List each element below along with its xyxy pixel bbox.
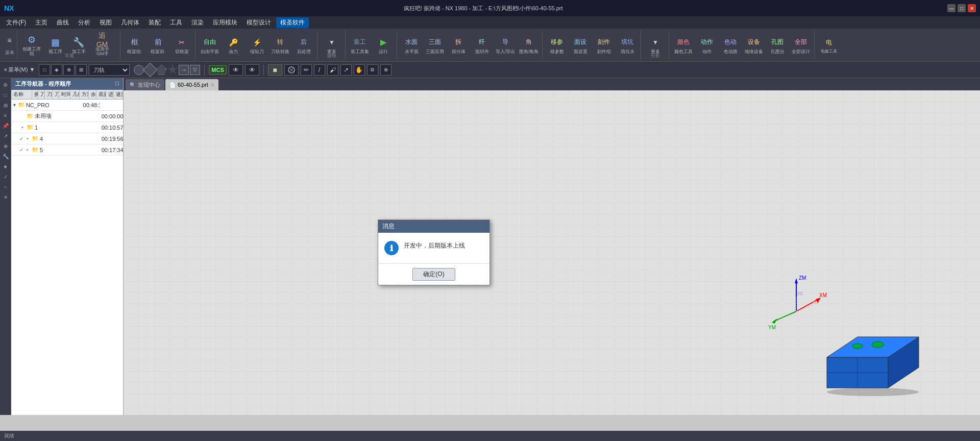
- toolbar-btn-toolset[interactable]: 装工 装工具集: [349, 32, 371, 58]
- sidebar-icon-settings[interactable]: ⚙: [1, 80, 10, 89]
- toolbar-btn-hplane[interactable]: 水面 水平面: [400, 32, 423, 58]
- row2-hand[interactable]: ✋: [354, 64, 365, 76]
- toolbar-btn-corner[interactable]: 角 图角/角角: [518, 32, 540, 58]
- menu-item-geometry[interactable]: 几何体: [117, 17, 143, 28]
- toolbar-btn-faceknit[interactable]: 纤 面织件: [471, 32, 493, 58]
- toolbar-btn-import[interactable]: 导 导入/导出: [494, 32, 517, 58]
- toolbar-section-6: 水面 水平面 三面 三面应用 拆 拆分体 纤 面织件 导 导入/导出 角 图角/…: [398, 31, 543, 59]
- shape-arrow[interactable]: →: [179, 65, 189, 75]
- toolbar-btn-colorpath[interactable]: 色动 色动路: [719, 32, 742, 58]
- row2-pencil[interactable]: ✏: [301, 64, 312, 76]
- menu-item-model-design[interactable]: 模型设计: [242, 17, 275, 28]
- close-btn[interactable]: ✕: [968, 4, 976, 12]
- dialog-confirm-btn[interactable]: 确定(O): [412, 268, 455, 281]
- row2-cursor[interactable]: ↗: [340, 64, 352, 76]
- menu-item-file[interactable]: 文件(F): [2, 17, 30, 28]
- toolbar-btn-hole[interactable]: 孔图 孔图台: [766, 32, 789, 58]
- unused-label: 未用项: [35, 112, 52, 120]
- toolbar-btn-faceset[interactable]: 面设 面设置: [569, 32, 592, 58]
- menu-item-app[interactable]: 应用模块: [209, 17, 241, 28]
- tool-select[interactable]: 刀轨: [89, 64, 130, 76]
- row2-eye2[interactable]: 👁: [245, 64, 259, 76]
- sidebar-icon-cube[interactable]: □: [1, 90, 10, 100]
- row2-icon-4[interactable]: ⊞: [76, 64, 87, 76]
- svg-text:ZM: ZM: [799, 275, 806, 281]
- toolbar-btn-splitbody[interactable]: 拆 拆分体: [447, 32, 470, 58]
- menu-bars-icon[interactable]: ≡: [3, 34, 17, 46]
- row2-icon-3[interactable]: ⊕: [63, 64, 75, 76]
- toolbar-btn-colortool[interactable]: 频色 频色工具: [672, 32, 695, 58]
- maximize-btn[interactable]: □: [958, 4, 966, 12]
- sidebar-icon-x[interactable]: ✕: [1, 192, 10, 202]
- toolbar-btn-alldesign[interactable]: 全部 全部设计: [790, 32, 812, 58]
- sidebar-icon-pin[interactable]: 📌: [1, 121, 10, 130]
- toolbar-btn-knifeconvert[interactable]: 转 刀轨转换: [269, 32, 291, 58]
- shape-filter[interactable]: ▽: [190, 65, 200, 75]
- nav-col-speed: 速度: [114, 90, 123, 99]
- sidebar-icon-star[interactable]: ★: [1, 162, 10, 171]
- row2-icon-1[interactable]: □: [39, 64, 50, 76]
- row2-brush[interactable]: 🖌: [327, 64, 338, 76]
- toolbar-btn-hollowpart[interactable]: 刻件 刻件组: [593, 32, 615, 58]
- tab-discovery[interactable]: 🔍 发现中心: [126, 79, 164, 90]
- dialog-body: ℹ 开发中，后期版本上线: [378, 233, 489, 263]
- unused-time: 00:00:00: [101, 113, 123, 119]
- row2-mcs[interactable]: MCS: [209, 65, 226, 75]
- toolbar-btn-device[interactable]: 设备 地络设备: [743, 32, 765, 58]
- nav-col-name: 名称: [11, 90, 32, 99]
- row2-eye1[interactable]: 👁: [229, 64, 243, 76]
- toolbar-btn-frameprev[interactable]: 前 框架前·: [147, 32, 169, 58]
- toolbar-btn-action[interactable]: 动作 动作: [696, 32, 718, 58]
- tab-model[interactable]: 📄 60-40-55.prt ✕: [165, 79, 218, 90]
- menu-item-view[interactable]: 视图: [95, 17, 116, 28]
- tree-row-group5[interactable]: ✓ + 📁 5 00:17:34: [11, 144, 123, 156]
- shape-diamond[interactable]: [143, 62, 157, 77]
- toolbar-btn-frame[interactable]: 框 框架组·: [124, 32, 146, 58]
- row2-viewselect[interactable]: [284, 64, 299, 76]
- menu-item-tool[interactable]: 工具: [166, 17, 186, 28]
- group5-label: 5: [40, 147, 43, 153]
- menu-item-render[interactable]: 渲染: [187, 17, 208, 28]
- group5-time: 00:17:34: [101, 147, 123, 153]
- toolbar-btn-postprocess[interactable]: 后 后处理: [292, 32, 315, 58]
- menu-item-curve[interactable]: 曲线: [53, 17, 73, 28]
- row2-square[interactable]: ■: [268, 64, 282, 76]
- row2-line[interactable]: /: [314, 64, 325, 76]
- shape-pentagon[interactable]: [156, 65, 166, 75]
- tree-row-unused[interactable]: 📁 未用项 00:00:00: [11, 111, 123, 122]
- tree-row-nc-program[interactable]: ▼ 📁 NC_PROGRAM 00:48:27: [11, 100, 123, 111]
- tab-model-close[interactable]: ✕: [210, 82, 214, 88]
- group4-label: 4: [40, 136, 43, 142]
- row2-icon-2[interactable]: ◈: [51, 64, 62, 76]
- window-controls[interactable]: — □ ✕: [947, 4, 976, 12]
- tree-row-group4[interactable]: ✓ + 📁 4 00:19:56: [11, 133, 123, 144]
- toolbar-btn-cut[interactable]: ✂ 切框架: [170, 32, 193, 58]
- row2-more2[interactable]: ⊕: [380, 64, 391, 76]
- toolbar-btn-3face[interactable]: 三面 三面应用: [424, 32, 446, 58]
- sidebar-icon-grid[interactable]: ⊞: [1, 101, 10, 110]
- nav-float-icon[interactable]: □: [115, 80, 119, 86]
- toolbar-btn-moveparam[interactable]: 移参 移参数: [546, 32, 568, 58]
- toolbar-btn-editknife[interactable]: 🔑 油力: [222, 32, 244, 58]
- tree-row-group1[interactable]: + 📁 1 00:10:57: [11, 122, 123, 133]
- toolbar-btn-electrictool[interactable]: 电 电极工具: [818, 32, 840, 58]
- shape-star[interactable]: [167, 65, 178, 75]
- menu-item-mosheng[interactable]: 模圣软件: [276, 17, 309, 28]
- sidebar-icon-arrow[interactable]: ↗: [1, 131, 10, 140]
- row2-more-tools[interactable]: ⚙: [367, 64, 378, 76]
- toolbar-btn-freeplane[interactable]: 自由 自由平面: [199, 32, 221, 58]
- nav-col-surface: 底面余...: [96, 90, 106, 99]
- toolbar-btn-shortenknife[interactable]: ⚡ 缩短刀: [246, 32, 268, 58]
- menu-item-analysis[interactable]: 分析: [74, 17, 94, 28]
- sidebar-icon-circle[interactable]: ○: [1, 182, 10, 191]
- menu-item-assembly[interactable]: 装配: [144, 17, 165, 28]
- sidebar-icon-tool[interactable]: 🔧: [1, 152, 10, 161]
- toolbar-btn-fillpit[interactable]: 填坑 填坑水: [616, 32, 639, 58]
- menu-item-home[interactable]: 主页: [31, 17, 52, 28]
- row2-menu[interactable]: ≡ 菜单(M) ▼: [2, 65, 37, 75]
- sidebar-icon-move[interactable]: ⊕: [1, 141, 10, 151]
- minimize-btn[interactable]: —: [947, 4, 955, 12]
- sidebar-icon-layers[interactable]: ≡: [1, 111, 10, 120]
- sidebar-icon-check[interactable]: ✓: [1, 172, 10, 181]
- toolbar-btn-run[interactable]: ▶ 运行: [372, 32, 395, 58]
